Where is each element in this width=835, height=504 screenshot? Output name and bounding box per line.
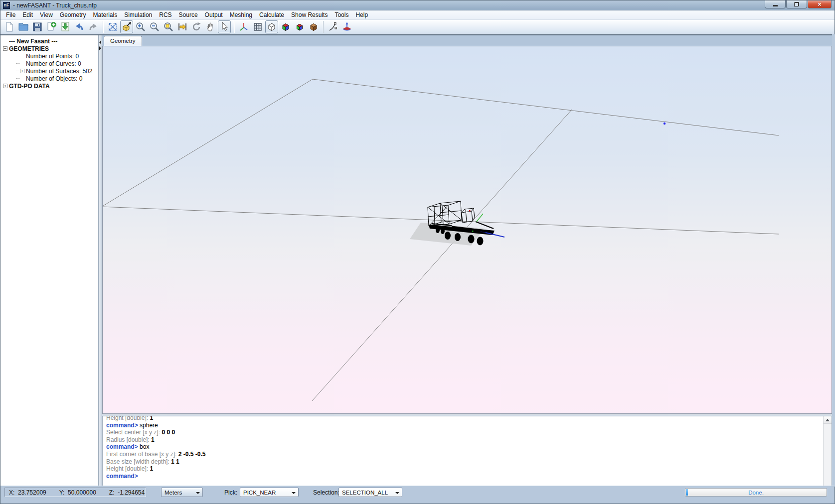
restore-button[interactable] — [786, 0, 807, 8]
collapse-icon[interactable]: − — [3, 46, 7, 51]
perspective-view-icon[interactable] — [120, 20, 133, 33]
minimize-button[interactable] — [765, 0, 786, 8]
rotate-view-icon[interactable] — [190, 20, 203, 33]
tab-strip: Geometry — [102, 35, 832, 46]
scroll-up-button[interactable] — [824, 416, 832, 424]
console-command-line: command> — [106, 473, 821, 480]
tree-item-label: --- New Fasant --- — [9, 38, 57, 45]
console-param-line: Select center [x y z]: 0 0 0 — [106, 429, 821, 436]
progress-text: Done. — [748, 490, 764, 496]
new-file-icon[interactable] — [3, 20, 16, 33]
flat-view-icon[interactable] — [293, 20, 306, 33]
param-label: Base size [width depth]: — [106, 458, 171, 465]
window-title: - newFASANT - Truck_chus.nfp — [13, 2, 97, 9]
wireframe-view-icon[interactable] — [265, 20, 278, 33]
open-file-icon[interactable] — [17, 20, 30, 33]
coordinate-z: Z: -1.294654 — [109, 489, 145, 496]
menu-rcs[interactable]: RCS — [156, 10, 175, 19]
progress-fill — [686, 489, 688, 496]
close-icon: × — [818, 1, 821, 8]
tree-item-new-fasant[interactable]: --- New Fasant --- — [0, 37, 98, 45]
coordinate-x: X: 23.752009 — [9, 489, 46, 496]
grid-view-icon[interactable] — [251, 20, 264, 33]
tree-guide — [16, 78, 20, 79]
cursor-coordinates: X: 23.752009Y: 50.000000Z: -1.294654 — [4, 488, 146, 497]
tree-item-geometries[interactable]: −GEOMETRIES — [0, 45, 98, 52]
menu-output[interactable]: Output — [201, 10, 226, 19]
param-value: 0 0 0 — [162, 429, 175, 436]
select-tool-icon[interactable] — [218, 20, 231, 33]
undo-icon[interactable] — [73, 20, 86, 33]
menu-help[interactable]: Help — [352, 10, 371, 19]
tree-guide — [16, 56, 20, 56]
menu-calculate[interactable]: Calculate — [256, 10, 288, 19]
toolbar-separator — [234, 21, 234, 33]
console-command-line: command> sphere — [106, 422, 821, 429]
menu-show-results[interactable]: Show Results — [288, 10, 331, 19]
close-button[interactable]: × — [808, 0, 832, 8]
tree-item-number-of-curves-0[interactable]: Number of Curves: 0 — [0, 60, 98, 67]
viewport-canvas — [103, 46, 832, 413]
selection-value: SELECTION_ALL — [342, 490, 388, 496]
surface-normals-icon[interactable] — [340, 20, 353, 33]
solid-view-icon[interactable] — [279, 20, 292, 33]
expand-icon[interactable]: + — [20, 69, 24, 73]
axes-view-icon[interactable] — [237, 20, 250, 33]
menu-source[interactable]: Source — [175, 10, 201, 19]
menu-edit[interactable]: Edit — [19, 10, 36, 19]
expand-icon[interactable]: + — [3, 84, 7, 88]
pick-value: PICK_NEAR — [243, 490, 276, 496]
param-value: 1 1 — [171, 458, 179, 465]
window-frame — [832, 34, 835, 487]
param-value: 2 -0.5 -0.5 — [178, 451, 206, 458]
viewport-3d[interactable] — [102, 46, 832, 414]
curve-tool-icon[interactable] — [327, 20, 339, 33]
zoom-in-icon[interactable] — [134, 20, 147, 33]
save-file-icon[interactable] — [31, 20, 44, 33]
command-console[interactable]: Height [double]: 1command> sphereSelect … — [102, 416, 832, 487]
menu-simulation[interactable]: Simulation — [121, 10, 156, 19]
redo-icon[interactable] — [87, 20, 100, 33]
selection-dropdown[interactable]: SELECTION_ALL — [338, 488, 402, 497]
tree-guide — [16, 63, 20, 64]
tree-item-number-of-objects-0[interactable]: Number of Objects: 0 — [0, 75, 98, 82]
tab-geometry[interactable]: Geometry — [104, 36, 142, 46]
menu-tools[interactable]: Tools — [331, 10, 352, 19]
command-text: sphere — [140, 422, 158, 429]
command-prompt: command> — [106, 473, 138, 480]
units-value: Meters — [165, 490, 182, 496]
previous-view-icon[interactable] — [176, 20, 189, 33]
tree-item-number-of-points-0[interactable]: Number of Points: 0 — [0, 52, 98, 60]
menu-geometry[interactable]: Geometry — [56, 10, 90, 19]
tree-item-number-of-surfaces-502[interactable]: +Number of Surfaces: 502 — [0, 67, 98, 75]
content-area: Geometry — [102, 34, 832, 487]
splitter-collapse-left-icon[interactable] — [99, 40, 101, 44]
menu-file[interactable]: File — [2, 10, 19, 19]
command-prompt: command> — [106, 422, 140, 429]
pick-dropdown[interactable]: PICK_NEAR — [240, 488, 299, 497]
console-scrollbar[interactable] — [823, 416, 832, 486]
pan-view-icon[interactable] — [204, 20, 217, 33]
menu-meshing[interactable]: Meshing — [226, 10, 256, 19]
title-bar: nF - newFASANT - Truck_chus.nfp × — [0, 0, 835, 10]
add-page-icon[interactable] — [45, 20, 58, 33]
main-area: --- New Fasant ---−GEOMETRIESNumber of P… — [0, 34, 835, 487]
restore-icon — [794, 2, 799, 6]
fit-view-icon[interactable] — [106, 20, 119, 33]
units-dropdown[interactable]: Meters — [161, 488, 203, 497]
console-param-line: Radius [double]: 1 — [106, 436, 821, 444]
minimize-icon — [773, 5, 778, 6]
command-prompt: command> — [106, 443, 140, 450]
import-icon[interactable] — [59, 20, 72, 33]
vertical-splitter[interactable] — [99, 35, 102, 487]
zoom-window-icon[interactable] — [162, 20, 175, 33]
progress-bar: Done. — [685, 488, 827, 497]
tree-item-gtd-po-data[interactable]: +GTD-PO DATA — [0, 82, 98, 90]
reference-point — [664, 123, 666, 125]
menu-view[interactable]: View — [36, 10, 56, 19]
param-value: 1 — [151, 436, 155, 443]
menu-materials[interactable]: Materials — [90, 10, 121, 19]
zoom-out-icon[interactable] — [148, 20, 161, 33]
textured-view-icon[interactable] — [307, 20, 320, 33]
splitter-collapse-right-icon[interactable] — [99, 46, 101, 50]
